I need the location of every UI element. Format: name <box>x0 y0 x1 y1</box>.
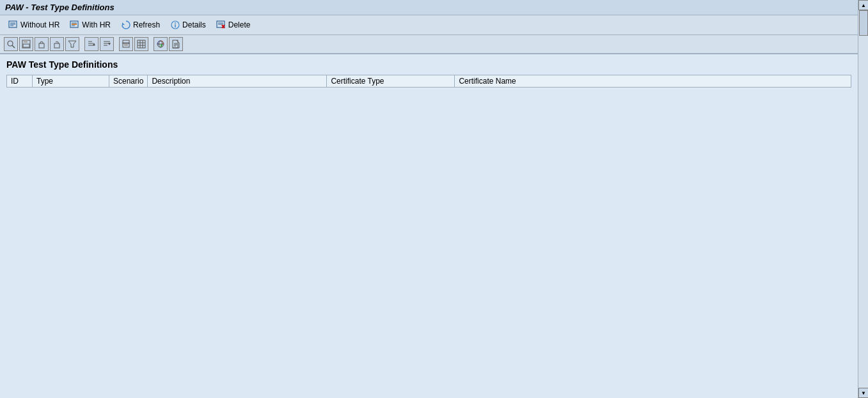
scrollbar-right[interactable]: ▲ ▼ <box>858 0 868 398</box>
col-header-id: ID <box>7 75 33 88</box>
refresh-icon <box>121 20 131 30</box>
svg-rect-20 <box>24 40 28 43</box>
page-heading: PAW Test Type Definitions <box>6 59 851 70</box>
details-button[interactable]: Details <box>166 18 210 32</box>
scroll-up-button[interactable]: ▲ <box>858 0 868 10</box>
export-button[interactable] <box>169 37 183 51</box>
svg-rect-35 <box>124 44 128 46</box>
with-hr-icon <box>70 20 80 30</box>
col-header-scenario: Scenario <box>109 75 148 88</box>
title-bar: PAW - Test Type Definitions <box>0 0 858 15</box>
internet-button[interactable] <box>154 37 168 51</box>
delete-icon <box>216 20 226 30</box>
svg-rect-23 <box>54 43 59 48</box>
without-hr-label: Without HR <box>20 20 59 29</box>
menu-bar: Without HR With HR <box>0 15 858 35</box>
toolbar <box>0 35 858 54</box>
svg-marker-8 <box>122 22 125 25</box>
find-button[interactable] <box>4 37 18 51</box>
details-label: Details <box>182 20 206 29</box>
without-hr-button[interactable]: Without HR <box>4 18 64 32</box>
scroll-thumb[interactable] <box>859 10 868 36</box>
col-header-type: Type <box>33 75 109 88</box>
svg-rect-22 <box>39 43 44 48</box>
svg-rect-21 <box>23 44 29 47</box>
with-hr-label: With HR <box>82 20 111 29</box>
toolbar-sep-3 <box>150 37 152 51</box>
refresh-label: Refresh <box>133 20 160 29</box>
window-title: PAW - Test Type Definitions <box>5 3 114 12</box>
scroll-down-button[interactable]: ▼ <box>858 388 868 398</box>
lock-button[interactable] <box>35 37 49 51</box>
svg-point-17 <box>8 41 13 46</box>
col-header-description: Description <box>148 75 327 88</box>
svg-rect-44 <box>173 40 178 48</box>
data-table: ID Type Scenario Description Certificate <box>6 75 851 88</box>
main-content: PAW Test Type Definitions ID Type Scenar… <box>0 54 858 398</box>
delete-label: Delete <box>228 20 251 29</box>
scroll-track[interactable] <box>858 10 868 388</box>
toolbar-sep-2 <box>115 37 118 51</box>
col-header-cert-type: Certificate Type <box>327 75 455 88</box>
svg-marker-32 <box>108 43 111 45</box>
svg-rect-36 <box>138 40 145 48</box>
table-header-row: ID Type Scenario Description Certificate <box>7 75 851 88</box>
save-button[interactable] <box>19 37 33 51</box>
details-icon <box>170 20 180 30</box>
with-hr-button[interactable]: With HR <box>65 18 115 32</box>
delete-button[interactable]: Delete <box>212 18 255 32</box>
grid-button[interactable] <box>134 37 148 51</box>
filter-button[interactable] <box>65 37 79 51</box>
toolbar-sep-1 <box>81 37 83 51</box>
svg-marker-24 <box>68 41 76 47</box>
without-hr-icon <box>8 20 19 30</box>
unlock-button[interactable] <box>50 37 64 51</box>
col-header-cert-name: Certificate Name <box>455 75 851 88</box>
svg-line-18 <box>12 45 15 48</box>
sort-asc-button[interactable] <box>84 37 99 51</box>
sort-desc-button[interactable] <box>100 37 114 51</box>
print-button[interactable] <box>119 37 133 51</box>
svg-point-10 <box>175 22 176 24</box>
refresh-button[interactable]: Refresh <box>116 18 164 32</box>
